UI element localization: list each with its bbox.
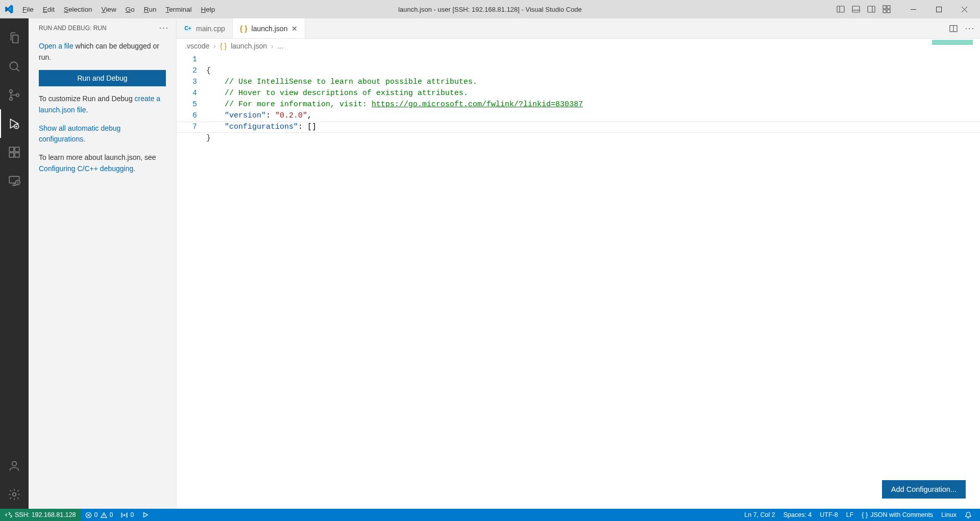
activity-accounts[interactable] [0,452,29,480]
statusbar: SSH: 192.168.81.128 0 0 0 Ln 7, Col 2 Sp… [0,509,980,521]
svg-rect-1 [852,6,860,12]
open-file-link[interactable]: Open a file [39,42,74,50]
svg-rect-14 [9,153,14,157]
customize-layout-icon[interactable] [880,3,893,16]
menu-run[interactable]: RunRun [140,4,161,15]
learn-more-text: To learn more about launch.json, see [39,153,156,161]
svg-point-8 [10,62,17,69]
vscode-logo-icon [4,5,13,14]
sidebar-more-icon[interactable]: ··· [159,23,169,33]
window-title: launch.json - user [SSH: 192.168.81.128]… [398,6,582,13]
minimap[interactable] [932,40,973,45]
titlebar: FFileile EditEdit SelectionSelection Vie… [0,0,980,18]
breadcrumb-folder[interactable]: .vscode [185,42,209,50]
error-icon [85,512,92,518]
json-file-icon: { } [220,42,227,50]
svg-rect-5 [883,10,886,13]
toggle-sidebar-icon[interactable] [834,3,847,16]
svg-rect-2 [868,6,875,12]
menu-go[interactable]: GoGo [121,4,139,15]
run-and-debug-button[interactable]: Run and Debug [39,70,166,86]
menu-file[interactable]: FFileile [18,4,38,15]
status-language-mode[interactable]: { } JSON with Comments [857,509,937,521]
menu-view[interactable]: ViewView [97,4,120,15]
activitybar [0,18,29,509]
chevron-right-icon: › [213,42,216,50]
menu-help[interactable]: HelpHelp [197,4,219,15]
activity-settings[interactable] [0,480,29,509]
svg-point-19 [12,461,17,466]
chevron-right-icon: › [271,42,274,50]
svg-rect-6 [887,10,890,13]
minimize-button[interactable] [901,0,925,18]
toggle-secondary-sidebar-icon[interactable] [865,3,878,16]
maximize-button[interactable] [927,0,950,18]
status-cursor-position[interactable]: Ln 7, Col 2 [740,509,779,521]
svg-rect-3 [883,6,886,9]
status-indentation[interactable]: Spaces: 4 [779,509,816,521]
status-os[interactable]: Linux [937,509,961,521]
menubar: FFileile EditEdit SelectionSelection Vie… [18,4,219,15]
configuring-debug-link[interactable]: Configuring C/C++ debugging [39,164,133,173]
svg-rect-13 [9,147,14,152]
status-eol[interactable]: LF [842,509,858,521]
editor-area: C+ main.cpp { } launch.json ✕ ··· .vscod… [177,18,980,509]
svg-point-9 [10,90,12,92]
breadcrumb-tail[interactable]: ... [278,42,284,50]
json-file-icon: { } [240,25,248,33]
editor-more-icon[interactable]: ··· [965,24,975,33]
svg-point-11 [16,93,19,96]
line-numbers: 1234567 [177,53,206,509]
activity-remote-explorer[interactable] [0,167,29,195]
sidebar-title: RUN AND DEBUG: RUN [39,25,107,32]
status-remote[interactable]: SSH: 192.168.81.128 [0,509,81,521]
svg-rect-15 [15,153,19,157]
customize-text: To customize Run and Debug [39,94,135,103]
debug-icon [142,511,149,518]
tab-label: main.cpp [196,25,225,33]
status-debug-target[interactable] [138,509,153,521]
menu-selection[interactable]: SelectionSelection [60,4,96,15]
split-editor-icon[interactable] [947,22,960,35]
tab-close-icon[interactable]: ✕ [291,25,298,33]
tab-main-cpp[interactable]: C+ main.cpp [177,18,233,38]
toggle-panel-icon[interactable] [849,3,863,16]
code-content[interactable]: { // Use IntelliSense to learn about pos… [206,53,583,509]
svg-point-20 [13,493,16,496]
close-button[interactable] [952,0,976,18]
svg-point-23 [124,514,125,515]
svg-point-18 [15,180,20,185]
tab-label: launch.json [252,25,288,33]
warning-icon [101,512,107,518]
activity-extensions[interactable] [0,138,29,167]
bell-icon [965,511,972,518]
status-encoding[interactable]: UTF-8 [816,509,842,521]
svg-point-10 [10,98,12,100]
activity-explorer[interactable] [0,23,29,52]
activity-source-control[interactable] [0,81,29,109]
tab-launch-json[interactable]: { } launch.json ✕ [233,18,306,38]
svg-rect-4 [887,6,890,9]
activity-search[interactable] [0,52,29,81]
editor-tabs: C+ main.cpp { } launch.json ✕ ··· [177,18,980,39]
activity-run-debug[interactable] [0,109,29,138]
svg-rect-0 [837,6,844,12]
breadcrumb[interactable]: .vscode › { } launch.json › ... [177,39,980,53]
cpp-file-icon: C+ [184,25,192,33]
status-ports[interactable]: 0 [117,509,138,521]
remote-icon [5,511,12,518]
show-auto-cfg-link[interactable]: Show all automatic debug configurations [39,124,120,144]
menu-edit[interactable]: EditEdit [39,4,59,15]
braces-icon: { } [862,511,868,518]
code-editor[interactable]: 1234567 { // Use IntelliSense to learn a… [177,53,980,509]
add-configuration-button[interactable]: Add Configuration... [882,480,966,499]
status-problems[interactable]: 0 0 [81,509,117,521]
antenna-icon [121,512,128,518]
svg-rect-16 [15,147,19,152]
svg-rect-7 [936,7,941,12]
run-debug-sidebar: RUN AND DEBUG: RUN ··· Open a file which… [29,18,177,509]
status-fe... notifications[interactable] [961,509,976,521]
menu-terminal[interactable]: TerminalTerminal [161,4,195,15]
breadcrumb-file[interactable]: launch.json [231,42,267,50]
